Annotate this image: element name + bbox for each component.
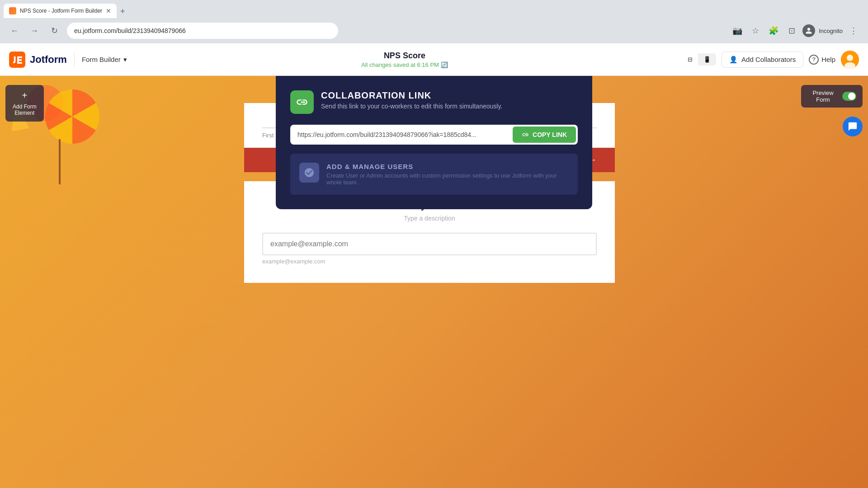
- header-center: NPS Score All changes saved at 6:16 PM 🔄: [127, 51, 682, 68]
- svg-point-2: [847, 55, 853, 61]
- collab-link-url: https://eu.jotform.com/build/23139409487…: [297, 131, 507, 138]
- manage-users-text: ADD & MANAGE USERS Create User or Admin …: [326, 163, 569, 186]
- collab-header: COLLABORATION LINK Send this link to you…: [290, 90, 578, 114]
- collab-link-row: https://eu.jotform.com/build/23139409487…: [290, 125, 578, 145]
- chevron-down-icon: ▾: [123, 56, 127, 64]
- active-tab[interactable]: NPS Score - Jotform Form Builder ✕: [4, 4, 117, 18]
- back-button[interactable]: ←: [7, 23, 22, 38]
- camera-off-icon[interactable]: 📷̶: [730, 23, 745, 38]
- collab-subtitle: Send this link to your co-workers to edi…: [321, 103, 502, 110]
- user-avatar[interactable]: [841, 51, 859, 69]
- email-description: Type a description: [262, 215, 597, 222]
- preview-label: Preview Form: [807, 89, 839, 103]
- manage-users-desc: Create User or Admin accounts with custo…: [326, 172, 569, 186]
- right-panel: Preview Form: [796, 76, 868, 488]
- tab-title: NPS Score - Jotform Form Builder: [20, 8, 102, 14]
- person-icon: 👤: [729, 56, 738, 64]
- browser-chrome: NPS Score - Jotform Form Builder ✕ + ← →…: [0, 0, 868, 43]
- manage-users-section[interactable]: ADD & MANAGE USERS Create User or Admin …: [290, 154, 578, 195]
- collab-link-icon: [290, 90, 314, 114]
- form-builder-label: Form Builder: [82, 56, 121, 63]
- toggle-knob: [848, 93, 855, 100]
- new-tab-button[interactable]: +: [117, 5, 129, 18]
- refresh-button[interactable]: ↻: [47, 23, 61, 38]
- copy-link-button[interactable]: COPY LINK: [513, 127, 576, 143]
- help-button[interactable]: ? Help: [809, 55, 835, 65]
- tab-favicon: [9, 7, 16, 14]
- preview-toggle-switch[interactable]: [842, 92, 856, 101]
- app-header: Jotform Form Builder ▾ NPS Score All cha…: [0, 43, 868, 76]
- toolbar-actions: 📷̶ ☆ 🧩 ⊡ Incognito ⋮: [730, 23, 861, 38]
- copy-link-label: COPY LINK: [533, 131, 567, 138]
- link-icon: [296, 96, 308, 108]
- add-collaborators-button[interactable]: 👤 Add Collaborators: [722, 52, 803, 68]
- add-form-element-button[interactable]: + Add Form Element: [5, 85, 44, 122]
- incognito-avatar[interactable]: [802, 24, 815, 37]
- form-builder-button[interactable]: Form Builder ▾: [82, 56, 127, 64]
- main-area: + Add Form Element First Name Last Name: [0, 76, 868, 488]
- more-options-icon[interactable]: ⋮: [846, 23, 861, 38]
- save-status: All changes saved at 6:16 PM 🔄: [361, 61, 448, 68]
- collab-text: COLLABORATION LINK Send this link to you…: [321, 90, 502, 110]
- email-input[interactable]: [262, 233, 597, 255]
- jotform-logo[interactable]: Jotform: [9, 52, 67, 68]
- plus-icon: +: [22, 90, 28, 101]
- save-status-text: All changes saved at 6:16 PM: [361, 61, 439, 68]
- collab-title: COLLABORATION LINK: [321, 90, 502, 101]
- collaboration-popup: COLLABORATION LINK Send this link to you…: [276, 76, 592, 209]
- header-divider: [74, 52, 75, 67]
- mobile-view-button[interactable]: 📱: [698, 53, 716, 66]
- add-collaborators-label: Add Collaborators: [741, 56, 796, 63]
- browser-toolbar: ← → ↻ 📷̶ ☆ 🧩 ⊡ Incognito ⋮: [0, 18, 868, 43]
- header-actions: ⊟ 📱 👤 Add Collaborators ? Help: [682, 51, 859, 69]
- avatar-image: [841, 51, 859, 69]
- desktop-view-button[interactable]: ⊟: [682, 53, 698, 66]
- bookmark-icon[interactable]: ☆: [748, 23, 763, 38]
- views-toggle: ⊟ 📱: [682, 53, 716, 66]
- logo-svg: [9, 52, 25, 68]
- copy-icon: [522, 131, 529, 138]
- refresh-icon: 🔄: [441, 61, 448, 68]
- form-title: NPS Score: [384, 51, 425, 61]
- tab-bar: NPS Score - Jotform Form Builder ✕ +: [0, 0, 868, 18]
- chat-button[interactable]: [843, 117, 863, 136]
- profile-icon[interactable]: ⊡: [784, 23, 799, 38]
- left-sidebar: + Add Form Element: [0, 76, 63, 488]
- manage-users-title: ADD & MANAGE USERS: [326, 163, 569, 170]
- email-placeholder-label: example@example.com: [262, 258, 597, 265]
- chat-icon: [848, 122, 858, 131]
- preview-form-button[interactable]: Preview Form: [801, 85, 863, 108]
- incognito-label: Incognito: [819, 28, 843, 34]
- tab-close-button[interactable]: ✕: [106, 7, 111, 14]
- rocket-icon: [304, 167, 315, 178]
- question-icon: ?: [809, 55, 819, 65]
- address-bar[interactable]: [67, 23, 338, 39]
- forward-button[interactable]: →: [27, 23, 42, 38]
- manage-users-icon: [299, 163, 319, 183]
- add-element-label: Add Form Element: [13, 103, 37, 116]
- logo-text: Jotform: [30, 54, 67, 66]
- extensions-icon[interactable]: 🧩: [766, 23, 781, 38]
- help-label: Help: [821, 56, 835, 63]
